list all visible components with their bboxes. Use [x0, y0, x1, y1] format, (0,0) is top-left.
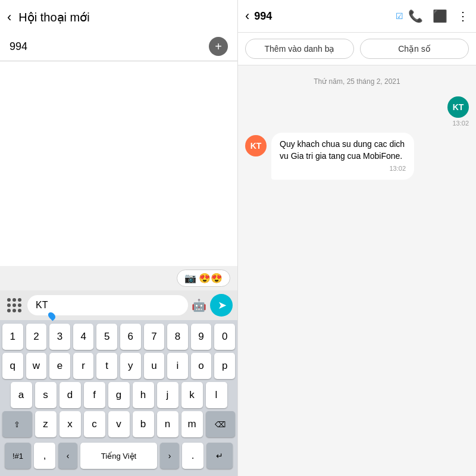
key-7[interactable]: 7: [144, 324, 165, 350]
key-right-arrow[interactable]: ›: [160, 443, 179, 469]
key-r[interactable]: r: [73, 353, 94, 379]
sticker-icon[interactable]: 🤖: [192, 298, 206, 312]
keyboard-row-numbers: 1 2 3 4 5 6 7 8 9 0: [2, 324, 235, 350]
message-time: 13:02: [280, 164, 406, 173]
key-p[interactable]: p: [214, 353, 235, 379]
key-k[interactable]: k: [181, 382, 203, 408]
message-row: KT Quy khach chua su dung cac dich vu Gi…: [245, 133, 469, 180]
key-w[interactable]: w: [26, 353, 47, 379]
contact-name: 994: [254, 10, 391, 23]
emoji-toolbar-button[interactable]: 📷 😍😍: [177, 270, 230, 287]
text-field-value: KT: [36, 300, 48, 311]
key-l[interactable]: l: [206, 382, 227, 408]
key-b[interactable]: b: [133, 411, 154, 437]
right-panel: ‹ 994 ☑ 📞 ⬛ ⋮ Thêm vào danh bạ Chặn số T…: [238, 0, 476, 476]
key-h[interactable]: h: [133, 382, 154, 408]
send-icon: ➤: [218, 299, 227, 312]
block-number-button[interactable]: Chặn số: [360, 39, 469, 59]
left-header: ‹ Hội thoại mới: [0, 0, 237, 32]
recipient-row: 994 +: [0, 32, 237, 61]
cursor-indicator: [47, 311, 57, 321]
add-icon: +: [215, 40, 222, 54]
key-n[interactable]: n: [157, 411, 178, 437]
key-m[interactable]: m: [181, 411, 203, 437]
key-g[interactable]: g: [108, 382, 130, 408]
key-a[interactable]: a: [11, 382, 32, 408]
message-row: KT 13:02: [245, 96, 469, 127]
key-f[interactable]: f: [84, 382, 105, 408]
text-input-row: KT 🤖 ➤: [0, 290, 237, 320]
key-y[interactable]: y: [120, 353, 141, 379]
key-enter[interactable]: ↵: [206, 443, 233, 469]
key-c[interactable]: c: [84, 411, 105, 437]
key-9[interactable]: 9: [191, 324, 212, 350]
key-t[interactable]: t: [96, 353, 117, 379]
key-2[interactable]: 2: [26, 324, 47, 350]
keyboard-row-2: a s d f g h j k l: [2, 382, 235, 408]
key-space[interactable]: Tiếng Việt: [80, 443, 157, 469]
key-1[interactable]: 1: [2, 324, 23, 350]
key-j[interactable]: j: [157, 382, 178, 408]
key-s[interactable]: s: [35, 382, 57, 408]
right-back-button[interactable]: ‹: [245, 8, 249, 24]
key-5[interactable]: 5: [96, 324, 117, 350]
message-text-field[interactable]: KT: [27, 295, 188, 315]
phone-icon[interactable]: 📞: [408, 9, 423, 23]
key-6[interactable]: 6: [120, 324, 141, 350]
key-q[interactable]: q: [2, 353, 23, 379]
key-shift[interactable]: ⇧: [2, 411, 32, 437]
keyboard-row-1: q w e r t y u i o p: [2, 353, 235, 379]
avatar: KT: [447, 96, 469, 118]
keyboard: 1 2 3 4 5 6 7 8 9 0 q w e r t y u i o p …: [0, 320, 237, 476]
key-period[interactable]: .: [182, 443, 203, 469]
add-contact-button[interactable]: Thêm vào danh bạ: [245, 39, 354, 59]
key-left-arrow[interactable]: ‹: [58, 443, 77, 469]
videocam-icon[interactable]: ⬛: [433, 9, 447, 23]
key-z[interactable]: z: [35, 411, 57, 437]
keyboard-toolbar: 📷 😍😍: [0, 266, 237, 290]
key-sym[interactable]: !#1: [5, 443, 31, 469]
key-comma[interactable]: ,: [34, 443, 55, 469]
key-d[interactable]: d: [60, 382, 81, 408]
more-options-icon[interactable]: ⋮: [457, 9, 469, 23]
key-e[interactable]: e: [49, 353, 70, 379]
right-header: ‹ 994 ☑ 📞 ⬛ ⋮: [238, 0, 476, 33]
send-button[interactable]: ➤: [210, 294, 233, 317]
left-title: Hội thoại mới: [18, 10, 89, 24]
message-time: 13:02: [452, 120, 469, 127]
chat-body: Thứ năm, 25 tháng 2, 2021 KT 13:02 KT Qu…: [238, 65, 476, 476]
avatar: KT: [245, 135, 267, 156]
recipient-input[interactable]: 994: [10, 40, 209, 53]
key-u[interactable]: u: [144, 353, 165, 379]
header-icons: 📞 ⬛ ⋮: [408, 9, 469, 23]
date-label: Thứ năm, 25 tháng 2, 2021: [245, 77, 469, 86]
message-text: Quy khach chua su dung cac dich vu Gia t…: [280, 139, 405, 161]
key-4[interactable]: 4: [73, 324, 94, 350]
add-recipient-button[interactable]: +: [209, 37, 228, 56]
apps-icon[interactable]: [5, 296, 24, 315]
message-bubble: Quy khach chua su dung cac dich vu Gia t…: [271, 133, 414, 180]
keyboard-row-3: ⇧ z x c v b n m ⌫: [2, 411, 235, 437]
action-buttons: Thêm vào danh bạ Chặn số: [238, 33, 476, 65]
key-3[interactable]: 3: [49, 324, 70, 350]
message-compose-area: [0, 61, 237, 266]
key-o[interactable]: o: [191, 353, 212, 379]
left-panel: ‹ Hội thoại mới 994 + 📷 😍😍 KT 🤖 ➤: [0, 0, 238, 476]
key-x[interactable]: x: [60, 411, 81, 437]
key-i[interactable]: i: [167, 353, 188, 379]
back-button[interactable]: ‹: [7, 10, 11, 25]
key-v[interactable]: v: [108, 411, 130, 437]
key-0[interactable]: 0: [214, 324, 235, 350]
key-8[interactable]: 8: [167, 324, 188, 350]
keyboard-bottom-row: !#1 , ‹ Tiếng Việt › . ↵: [2, 440, 235, 474]
key-backspace[interactable]: ⌫: [206, 411, 236, 437]
verified-icon: ☑: [396, 11, 403, 21]
